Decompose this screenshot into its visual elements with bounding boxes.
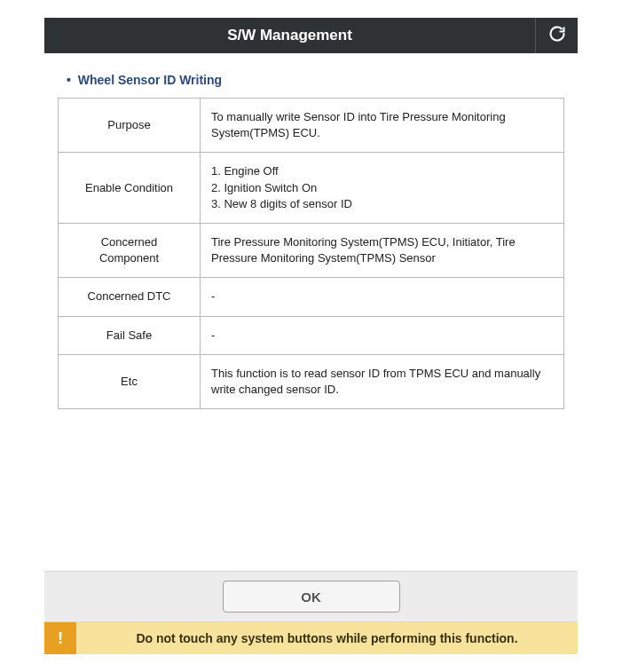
label-concerned-component: Concerned Component <box>59 223 201 277</box>
refresh-button[interactable] <box>535 18 578 53</box>
row-concerned-component: Concerned Component Tire Pressure Monito… <box>59 223 564 277</box>
value-enable-condition: 1. Engine Off 2. Ignition Switch On 3. N… <box>201 153 564 224</box>
content-area: • Wheel Sensor ID Writing Purpose To man… <box>0 53 622 409</box>
label-fail-safe: Fail Safe <box>59 316 201 354</box>
label-concerned-component-l2: Component <box>99 251 159 265</box>
label-enable-condition: Enable Condition <box>59 153 201 224</box>
ok-button[interactable]: OK <box>223 581 400 613</box>
bullet-icon: • <box>67 73 71 87</box>
enable-condition-line2: 2. Ignition Switch On <box>211 180 553 196</box>
value-concerned-component: Tire Pressure Monitoring System(TPMS) EC… <box>201 223 564 277</box>
warning-text: Do not touch any system buttons while pe… <box>76 631 578 645</box>
refresh-icon <box>548 25 566 46</box>
label-etc: Etc <box>59 354 201 408</box>
warning-icon: ! <box>44 622 76 654</box>
row-concerned-dtc: Concerned DTC - <box>59 278 564 316</box>
row-etc: Etc This function is to read sensor ID f… <box>59 354 564 408</box>
value-etc: This function is to read sensor ID from … <box>201 354 564 408</box>
enable-condition-line1: 1. Engine Off <box>211 163 553 179</box>
row-enable-condition: Enable Condition 1. Engine Off 2. Igniti… <box>59 153 564 224</box>
value-concerned-dtc: - <box>201 278 564 316</box>
label-concerned-component-l1: Concerned <box>101 235 158 249</box>
warning-bar: ! Do not touch any system buttons while … <box>44 622 578 654</box>
value-purpose: To manually write Sensor ID into Tire Pr… <box>201 99 564 153</box>
header-bar: S/W Management <box>44 18 578 53</box>
enable-condition-line3: 3. New 8 digits of sensor ID <box>211 196 553 212</box>
section-title-text: Wheel Sensor ID Writing <box>78 73 222 87</box>
ok-bar: OK <box>44 571 578 622</box>
footer-area: OK ! Do not touch any system buttons whi… <box>44 571 578 654</box>
value-fail-safe: - <box>201 316 564 354</box>
page-title: S/W Management <box>44 27 535 44</box>
row-fail-safe: Fail Safe - <box>59 316 564 354</box>
section-title: • Wheel Sensor ID Writing <box>67 73 564 87</box>
info-table: Purpose To manually write Sensor ID into… <box>58 98 564 409</box>
row-purpose: Purpose To manually write Sensor ID into… <box>59 99 564 153</box>
label-purpose: Purpose <box>59 99 201 153</box>
label-concerned-dtc: Concerned DTC <box>59 278 201 316</box>
